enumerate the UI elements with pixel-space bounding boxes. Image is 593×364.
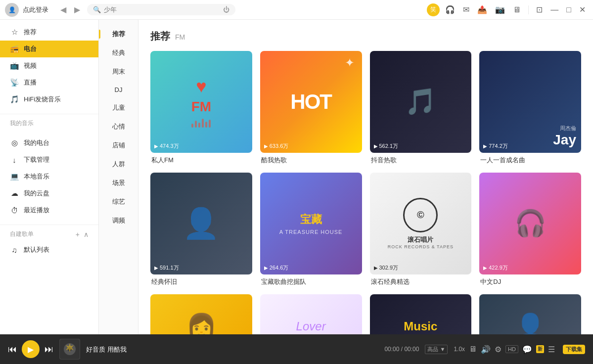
sidebar-item-cloud[interactable]: ☁ 我的云盘 [0, 185, 98, 202]
secondary-nav-recommend[interactable]: 推荐 [99, 25, 138, 44]
download-watermark[interactable]: 下载集 [563, 345, 585, 354]
headphone-icon-btn[interactable]: 🎧 [443, 3, 457, 16]
search-box: 🔍 ⏻ [87, 4, 235, 15]
card-title: 酷我热歌 [260, 156, 362, 165]
station-card-tiktok[interactable]: 🎵 ▶ 562.1万 抖音热歌 [370, 51, 472, 165]
sidebar-item-local[interactable]: 💻 本地音乐 [0, 168, 98, 185]
sidebar-item-live[interactable]: 📡 直播 [0, 74, 98, 91]
bar6 [209, 120, 211, 128]
play-button[interactable]: ▶ [22, 340, 40, 358]
close-btn[interactable]: ✕ [577, 3, 588, 16]
singer-visual: 👤 [150, 173, 252, 274]
baozang-visual: 宝藏 A TREASURE HOUSE [260, 173, 362, 274]
watermark-text: 下载集 [566, 346, 582, 353]
station-card-nostalgic[interactable]: 👤 ▶ 591.1万 经典怀旧 [150, 173, 252, 286]
content-area: 推荐 FM ♥ FM [138, 20, 593, 334]
speed-button[interactable]: 1.0x [454, 346, 465, 353]
minimize-btn[interactable]: — [548, 4, 561, 16]
nav-controls: ◀ ▶ [58, 3, 82, 16]
card-thumb: 🎵 ▶ 562.1万 [370, 51, 472, 153]
forward-button[interactable]: ▶ [72, 3, 82, 16]
screen-icon-btn[interactable]: 🖥 [510, 4, 523, 16]
album-thumbnail[interactable] [59, 339, 80, 360]
divider [528, 5, 529, 14]
station-card-dj[interactable]: 🎧 ▶ 422.9万 中文DJ [479, 173, 581, 286]
active-bar [99, 30, 100, 39]
rolling-name1: 滚石唱片 [388, 235, 454, 244]
secondary-nav-crowd[interactable]: 人群 [99, 155, 138, 174]
secondary-nav-mood[interactable]: 心情 [99, 117, 138, 136]
tiktok-visual: 🎵 [370, 51, 472, 153]
desktop-icon-btn[interactable]: 🖥 [469, 345, 477, 354]
sidebar-main-section: ☆ 推荐 📻 电台 📺 视频 📡 直播 🎵 HiFi发烧音乐 [0, 20, 98, 112]
station-card-row3-3[interactable]: Music [370, 294, 472, 335]
secondary-nav-variety[interactable]: 综艺 [99, 192, 138, 211]
share-icon-btn[interactable]: 📤 [475, 3, 490, 16]
prev-button[interactable]: ⏮ [8, 344, 17, 355]
sidebar-item-video[interactable]: 📺 视频 [0, 57, 98, 74]
tiktok-logo-icon: 🎵 [405, 87, 437, 117]
sidebar-item-hifi[interactable]: 🎵 HiFi发烧音乐 [0, 91, 98, 108]
login-text[interactable]: 点此登录 [23, 5, 48, 14]
sidebar-item-label: 下载管理 [24, 155, 49, 164]
station-card-private-fm[interactable]: ♥ FM ▶ 474.3万 [150, 51, 252, 165]
station-card-rolling[interactable]: © 滚石唱片 ROCK RECORDS & TAPES ▶ 302.9万 滚石经… [370, 173, 472, 286]
sidebar-item-download[interactable]: ↓ 下载管理 [0, 151, 98, 168]
maximize-btn[interactable]: □ [564, 4, 574, 16]
rolling-text-block: 滚石唱片 ROCK RECORDS & TAPES [388, 235, 454, 249]
rolling-visual: © 滚石唱片 ROCK RECORDS & TAPES [370, 173, 472, 274]
station-card-row3-4[interactable]: 👤 [479, 294, 581, 335]
station-card-row3-2[interactable]: Lover [260, 294, 362, 335]
sidebar-item-radio[interactable]: 📻 电台 [0, 41, 98, 57]
secondary-nav-children[interactable]: 儿童 [99, 98, 138, 117]
sidebar-item-label: 我的云盘 [24, 189, 49, 198]
hd-button[interactable]: HD [505, 345, 518, 353]
play-triangle-icon: ▶ [154, 265, 158, 271]
song-info: 好音质 用酷我 [86, 345, 370, 354]
equalizer-icon-btn[interactable]: ⚙ [495, 345, 502, 354]
secondary-nav-tuning[interactable]: 调频 [99, 211, 138, 230]
avatar[interactable]: 👤 [5, 3, 19, 17]
playlist-icon-btn[interactable]: ☰ [548, 345, 555, 354]
bar2 [195, 121, 197, 128]
secondary-nav-shop[interactable]: 店铺 [99, 136, 138, 155]
sidebar-item-my-radio[interactable]: ◎ 我的电台 [0, 135, 98, 151]
station-card-baozang[interactable]: 宝藏 A TREASURE HOUSE ▶ 264.6万 宝藏歌曲挖掘队 [260, 173, 362, 286]
secondary-nav-dj[interactable]: DJ [99, 81, 138, 98]
station-card-row3-1[interactable]: 👩 [150, 294, 252, 335]
volume-icon-btn[interactable]: 🔊 [481, 345, 491, 354]
power-icon[interactable]: ⏻ [223, 6, 229, 13]
playbar-right: 1.0x 🖥 🔊 ⚙ HD 💬 新 ☰ 下载集 [454, 345, 585, 354]
add-playlist-btn[interactable]: + [76, 230, 80, 238]
next-button[interactable]: ⏭ [45, 344, 53, 355]
lyrics-icon-btn[interactable]: 💬 [522, 345, 532, 354]
music-text: Music [404, 319, 437, 333]
star-icon: ✦ [345, 56, 355, 70]
mail-icon-btn[interactable]: ✉ [460, 3, 472, 16]
station-card-jay[interactable]: 周杰倫 Jay ▶ 774.2万 一人一首成名曲 [479, 51, 581, 165]
fullscreen-icon-btn[interactable]: ⊡ [534, 3, 545, 16]
girl-icon: 👩 [186, 312, 217, 335]
sidebar: ☆ 推荐 📻 电台 📺 视频 📡 直播 🎵 HiFi发烧音乐 我的音乐 [0, 20, 99, 334]
search-input[interactable] [104, 6, 220, 13]
secondary-nav-scene[interactable]: 场景 [99, 174, 138, 192]
person4-icon: 👤 [515, 312, 546, 335]
song-name: 好音质 用酷我 [86, 346, 127, 353]
sidebar-item-recent[interactable]: ⏱ 最近播放 [0, 202, 98, 219]
baozang-sub-text: A TREASURE HOUSE [279, 229, 343, 235]
yellow-visual: 👩 [150, 294, 252, 335]
back-button[interactable]: ◀ [58, 3, 68, 16]
music-visual: Music [370, 294, 472, 335]
bar1 [191, 124, 193, 128]
collapse-playlist-btn[interactable]: ∧ [84, 230, 89, 238]
my-music-section: ◎ 我的电台 ↓ 下载管理 💻 本地音乐 ☁ 我的云盘 ⏱ 最近播放 [0, 131, 98, 223]
camera-icon-btn[interactable]: 📷 [493, 3, 507, 16]
sidebar-item-default-playlist[interactable]: ♫ 默认列表 [0, 241, 98, 258]
sidebar-item-recommend[interactable]: ☆ 推荐 [0, 24, 98, 41]
secondary-nav-weekend[interactable]: 周末 [99, 62, 138, 81]
secondary-nav-classic[interactable]: 经典 [99, 44, 138, 62]
quality-button[interactable]: 高品 ▼ [425, 345, 448, 354]
user-avatar-btn[interactable]: 笑 [427, 3, 440, 16]
rolling-name2: ROCK RECORDS & TAPES [388, 244, 454, 249]
station-card-hot[interactable]: ✦ HOT ▶ 633.6万 酷我热歌 [260, 51, 362, 165]
